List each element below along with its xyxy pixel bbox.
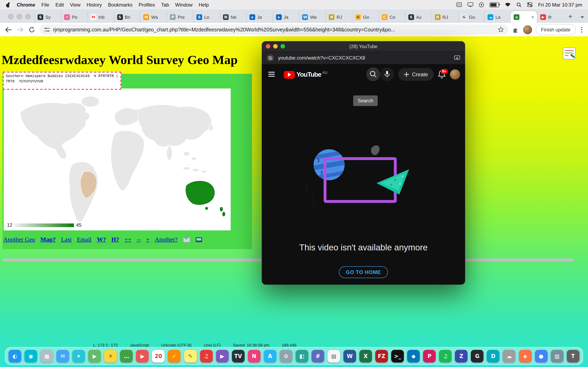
dock-icon[interactable]: T bbox=[567, 350, 579, 362]
cast-icon[interactable] bbox=[454, 55, 460, 60]
dock-icon[interactable]: ▦ bbox=[40, 350, 53, 362]
editor-status-item[interactable]: L: 173 C: 173 bbox=[93, 343, 118, 347]
tab-close-icon[interactable]: × bbox=[531, 14, 534, 20]
page-link[interactable]: Map? bbox=[40, 236, 56, 243]
computer-icon[interactable] bbox=[196, 237, 202, 242]
control-center-icon[interactable] bbox=[527, 2, 532, 7]
dock-icon[interactable]: ◧ bbox=[296, 350, 308, 362]
bookmark-star-icon[interactable] bbox=[498, 26, 504, 33]
reload-icon[interactable] bbox=[28, 25, 36, 34]
email-icon[interactable] bbox=[183, 237, 190, 242]
dock-icon[interactable]: ⚙ bbox=[280, 350, 292, 362]
display-icon[interactable] bbox=[467, 2, 473, 7]
editor-status-item[interactable]: Saved: 10:36:58 pm bbox=[233, 343, 269, 347]
menu-item[interactable]: Bookmarks bbox=[108, 2, 132, 8]
menu-item[interactable]: Window bbox=[175, 2, 192, 8]
browser-tab[interactable]: ∷ Po bbox=[61, 11, 87, 23]
menu-item[interactable]: Edit bbox=[55, 2, 64, 8]
page-link[interactable]: Another? bbox=[155, 236, 178, 243]
dock-icon[interactable]: N bbox=[248, 350, 260, 362]
menu-item[interactable]: History bbox=[86, 2, 102, 8]
close-window-button[interactable] bbox=[8, 14, 13, 19]
dock-icon[interactable]: ✎ bbox=[184, 350, 197, 362]
avatar[interactable] bbox=[450, 69, 460, 79]
dock-icon[interactable]: X bbox=[359, 350, 372, 362]
menu-item[interactable]: View bbox=[70, 2, 81, 8]
browser-tab[interactable]: G Go bbox=[458, 11, 484, 23]
dock-icon[interactable]: ◐ bbox=[9, 350, 21, 362]
browser-tab[interactable]: N Ne bbox=[220, 11, 246, 23]
browser-tab[interactable]: S Sy bbox=[34, 11, 61, 23]
browser-tab[interactable]: G Go bbox=[352, 11, 379, 23]
page-link[interactable]: Last bbox=[61, 236, 72, 243]
youtube-titlebar[interactable]: (28) YouTube bbox=[262, 41, 465, 51]
dock-icon[interactable]: ✉ bbox=[56, 350, 69, 362]
dock-icon[interactable]: ◈ bbox=[519, 350, 531, 362]
apple-menu-icon[interactable] bbox=[6, 2, 11, 8]
dock-icon[interactable]: A bbox=[264, 350, 277, 362]
dock-icon[interactable]: ✦ bbox=[72, 350, 85, 362]
editor-status-item[interactable]: Unix (LF) bbox=[204, 343, 221, 347]
page-link[interactable]: H? bbox=[111, 236, 119, 243]
tune-icon[interactable] bbox=[267, 54, 274, 62]
dock-icon[interactable]: Z bbox=[455, 350, 468, 362]
menu-item[interactable]: File bbox=[42, 2, 49, 8]
browser-tab[interactable]: P Pre bbox=[167, 11, 193, 23]
browser-tab[interactable]: R RJ bbox=[326, 11, 352, 23]
dock-icon[interactable]: ● bbox=[535, 350, 547, 362]
browser-tab[interactable]: C Co bbox=[379, 11, 405, 23]
search-icon[interactable] bbox=[366, 67, 380, 81]
new-tab-button[interactable]: + bbox=[565, 11, 576, 22]
notifications-icon[interactable]: 9+ bbox=[438, 70, 446, 79]
dock-icon[interactable]: ◉ bbox=[25, 350, 37, 362]
play-icon[interactable] bbox=[479, 2, 484, 7]
dock-icon[interactable]: 20 bbox=[152, 350, 165, 362]
dock-icon[interactable]: FZ bbox=[375, 350, 388, 362]
editor-status-item[interactable]: 189,446 bbox=[282, 343, 296, 347]
menu-item[interactable]: Profiles bbox=[139, 2, 155, 8]
zoom-window-button[interactable] bbox=[281, 44, 285, 49]
browser-tab[interactable]: W We bbox=[299, 11, 326, 23]
site-settings-icon[interactable] bbox=[44, 27, 50, 32]
editor-status-item[interactable]: Unicode (UTF-8) bbox=[161, 343, 191, 347]
browser-tab[interactable]: W Wa bbox=[140, 11, 167, 23]
browser-tab[interactable]: ◆ Ja bbox=[273, 11, 299, 23]
dock-icon[interactable]: G bbox=[471, 350, 484, 362]
menubar-clock[interactable]: Fri 20 Mar 10:37 pm bbox=[538, 2, 582, 8]
browser-tab[interactable]: R RJ bbox=[432, 11, 458, 23]
browser-tab[interactable]: S Lo bbox=[193, 11, 220, 23]
dock-icon[interactable]: P bbox=[423, 350, 436, 362]
page-link[interactable]: -- bbox=[137, 236, 141, 243]
dock-icon[interactable]: W bbox=[343, 350, 356, 362]
browser-tab[interactable]: S Bri bbox=[114, 11, 140, 23]
browser-tab[interactable]: S Au bbox=[405, 11, 432, 23]
dock-icon[interactable]: TV bbox=[232, 350, 244, 362]
dock-icon[interactable]: ♫ bbox=[439, 350, 452, 362]
mic-icon[interactable] bbox=[380, 67, 394, 81]
dock-icon[interactable]: ◆ bbox=[407, 350, 420, 362]
dock-icon[interactable]: D bbox=[487, 350, 500, 362]
page-link[interactable]: W? bbox=[97, 236, 106, 243]
dock-icon[interactable]: ☀ bbox=[104, 350, 117, 362]
browser-menu-icon[interactable] bbox=[579, 27, 584, 33]
address-bar[interactable]: rjmprogramming.com.au/PHP/GeoChart/geo_c… bbox=[40, 25, 508, 35]
dock-icon[interactable]: >_ bbox=[391, 350, 404, 362]
menu-app-name[interactable]: Chrome bbox=[17, 2, 35, 8]
menu-icon[interactable] bbox=[268, 72, 275, 77]
youtube-urlbar[interactable]: youtube.com/watch?v=CXCXCXCXCX8 bbox=[262, 51, 465, 64]
editor-status-item[interactable]: JavaScript bbox=[130, 343, 149, 347]
zoom-window-button[interactable] bbox=[25, 14, 31, 19]
back-icon[interactable] bbox=[4, 25, 12, 34]
dock-icon[interactable]: ▥ bbox=[551, 350, 563, 362]
close-window-button[interactable] bbox=[266, 44, 270, 49]
go-to-home-button[interactable]: GO TO HOME bbox=[339, 266, 388, 278]
dock-icon[interactable]: ▶ bbox=[216, 350, 228, 362]
world-map[interactable]: 12 45 bbox=[4, 89, 231, 230]
grid-icon[interactable] bbox=[457, 2, 462, 7]
dock-icon[interactable]: ☁ bbox=[503, 350, 516, 362]
page-link[interactable]: Another Geo bbox=[3, 236, 35, 243]
page-link[interactable]: Email bbox=[77, 236, 91, 243]
dock-icon[interactable]: # bbox=[311, 350, 324, 362]
browser-tab[interactable]: ☁ La bbox=[484, 11, 511, 23]
dock-icon[interactable]: ▶ bbox=[88, 350, 101, 362]
